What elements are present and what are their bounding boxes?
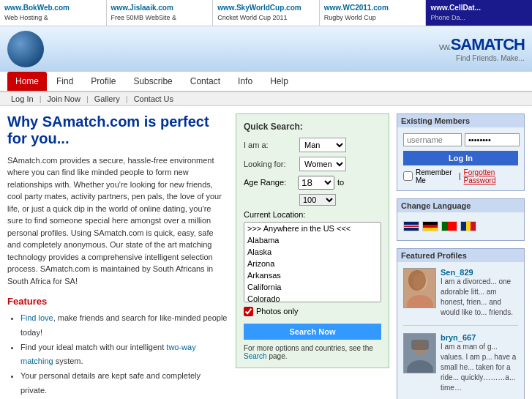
featured-profile-0: Sen_829 I am a divorced... one adorable … (403, 268, 518, 326)
profile-info-0: Sen_829 I am a divorced... one adorable … (441, 268, 518, 318)
right-column: Existing Members Log In Remember Me | Fo… (397, 113, 525, 399)
ad-item-2[interactable]: www.SkyWorldCup.com Cricket World Cup 20… (213, 0, 320, 26)
ad-item-4[interactable]: www.CellDat... Phone Da... (426, 0, 532, 26)
main-nav: Home Find Profile Subscribe Contact Info… (0, 72, 532, 92)
site-header: vw.SAMATCH Find Friends. Make... (0, 26, 532, 72)
two-way-matching-link[interactable]: two-way matching (20, 343, 196, 366)
nav-find[interactable]: Find (48, 72, 81, 91)
login-button[interactable]: Log In (403, 151, 518, 165)
change-language-title: Change Language (397, 199, 524, 212)
qs-i-am-select[interactable]: Man Woman (299, 138, 346, 152)
quick-search-box: Quick Search: I am a: Man Woman Looking … (236, 113, 389, 368)
globe-icon (7, 31, 44, 67)
nav-subscribe[interactable]: Subscribe (125, 72, 180, 91)
remember-me-label: Remember Me (416, 168, 456, 184)
subnav-login[interactable]: Log In (11, 94, 34, 103)
qs-i-am-row: I am a: Man Woman (244, 138, 381, 152)
site-logo: vw.SAMATCH (439, 35, 525, 54)
profile-name-0[interactable]: Sen_829 (441, 268, 473, 277)
qs-age-from-select[interactable]: 18202530 (298, 176, 334, 190)
ad-bar: www.BokWeb.com Web Hosting & www.Jislaai… (0, 0, 532, 26)
qs-age-range-row: Age Range: 18202530 to (244, 176, 381, 190)
nav-contact[interactable]: Contact (182, 72, 228, 91)
more-options-text: For more options and countries, see the … (244, 344, 381, 360)
photos-only-checkbox[interactable] (244, 307, 253, 316)
qs-looking-for-row: Looking for: Women Men (244, 157, 381, 171)
subnav-join[interactable]: Join Now (48, 94, 80, 103)
flags-row (403, 218, 518, 234)
nav-profile[interactable]: Profile (83, 72, 124, 91)
qs-title: Quick Search: (244, 122, 381, 132)
profile-photo-1[interactable] (403, 333, 436, 373)
features-title: Features (7, 296, 228, 307)
photos-only-label: Photos only (256, 307, 298, 316)
page-title: Why SAmatch.com is perfect for you... (7, 113, 228, 147)
profile-photo-0[interactable] (403, 268, 436, 308)
main-layout: Why SAmatch.com is perfect for you... SA… (0, 106, 532, 399)
list-item: Find your ideal match with our intellige… (20, 340, 228, 370)
search-page-link[interactable]: Search (244, 352, 267, 360)
logo-name: SAMATCH (451, 35, 525, 53)
ad-item-0[interactable]: www.BokWeb.com Web Hosting & (0, 0, 107, 26)
logo-tagline: Find Friends. Make... (439, 54, 525, 62)
subnav-contact[interactable]: Contact Us (134, 94, 173, 103)
qs-i-am-label: I am a: (244, 141, 295, 149)
remember-me-checkbox[interactable] (403, 171, 413, 181)
profile-desc-1: I am a man of g... values. I am p... hav… (441, 342, 518, 393)
qs-age-range-label: Age Range: (244, 178, 295, 187)
qs-location-label: Current Location: (244, 210, 381, 219)
svg-point-3 (408, 270, 426, 291)
profile-info-1: bryn_667 I am a man of g... values. I am… (441, 333, 518, 393)
flag-de[interactable] (422, 221, 438, 231)
em-inputs-row (403, 133, 518, 146)
nav-help[interactable]: Help (262, 72, 296, 91)
featured-profiles-title: Featured Profiles (397, 249, 524, 262)
username-input[interactable] (403, 133, 462, 146)
change-language-box: Change Language (397, 198, 525, 241)
forgotten-password-link[interactable]: Forgotten Password (464, 168, 518, 184)
password-input[interactable] (465, 133, 520, 146)
featured-profiles-box: Featured Profiles Sen_829 I am a divorce… (397, 248, 525, 399)
ad-item-3[interactable]: www.WC2011.com Rugby World Cup (320, 0, 427, 26)
nav-info[interactable]: Info (230, 72, 261, 91)
photos-only-row: Photos only (244, 307, 381, 316)
list-item: Your personal details are kept safe and … (20, 369, 228, 398)
nav-home[interactable]: Home (7, 72, 47, 91)
ad-item-1[interactable]: www.Jislaaik.com Free 50MB WebSite & (107, 0, 214, 26)
qs-location-select[interactable]: >>> Anywhere in the US <<< Alabama Alask… (244, 222, 381, 302)
qs-age-to-select[interactable]: 100908070 (299, 194, 336, 206)
flag-gb[interactable] (403, 221, 419, 231)
flag-pt[interactable] (441, 221, 457, 231)
featured-profile-1: bryn_667 I am a man of g... values. I am… (403, 333, 518, 399)
sub-nav: Log In | Join Now | Gallery | Contact Us (0, 92, 532, 106)
remember-me-row: Remember Me | Forgotten Password (403, 168, 518, 184)
intro-text: SAmatch.com provides a secure, hassle-fr… (7, 154, 228, 288)
left-column: Why SAmatch.com is perfect for you... SA… (7, 113, 228, 399)
subnav-gallery[interactable]: Gallery (94, 94, 120, 103)
search-now-button[interactable]: Search Now (244, 324, 381, 340)
flag-ro[interactable] (460, 221, 476, 231)
profile-desc-0: I am a divorced... one adorable litt... … (441, 277, 518, 318)
logo-prefix: vw. (439, 41, 451, 52)
qs-looking-for-label: Looking for: (244, 160, 295, 168)
qs-age-to-label: to (337, 178, 344, 187)
profile-name-1[interactable]: bryn_667 (441, 333, 476, 342)
existing-members-title: Existing Members (397, 114, 524, 127)
features-list: Find love, make friends and search for l… (20, 311, 228, 399)
existing-members-box: Existing Members Log In Remember Me | Fo… (397, 113, 525, 191)
qs-looking-for-select[interactable]: Women Men (299, 157, 346, 171)
svg-rect-7 (411, 340, 429, 350)
quick-search-panel: Quick Search: I am a: Man Woman Looking … (236, 113, 389, 399)
list-item: Find love, make friends and search for l… (20, 311, 228, 340)
find-love-link[interactable]: Find love (20, 313, 53, 322)
